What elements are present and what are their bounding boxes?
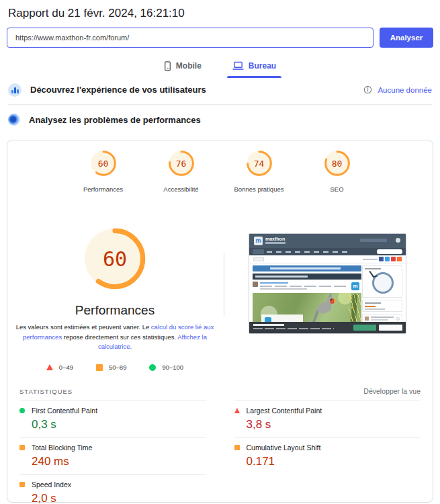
performance-score-value: 60 — [83, 226, 147, 291]
performance-title: Performances — [7, 303, 222, 318]
breadcrumb-placeholder — [253, 257, 264, 261]
score-performances[interactable]: 60 Performances — [74, 150, 133, 193]
metric-name: Largest Contentful Paint — [247, 407, 322, 415]
tab-mobile[interactable]: Mobile — [159, 56, 207, 75]
accept-cookies-button — [353, 325, 376, 331]
cookie-banner — [249, 322, 406, 333]
social-icon — [391, 257, 396, 261]
legend-average-label: 50–89 — [109, 364, 126, 371]
average-square-icon — [19, 445, 25, 450]
average-square-icon — [19, 482, 25, 487]
device-tabs: Mobile Bureau — [0, 56, 440, 75]
metric-first-contentful-paint: First Contentful Paint 0,3 s — [19, 401, 206, 437]
metric-value: 2,0 s — [32, 492, 206, 504]
performance-description: Les valeurs sont estimées et peuvent var… — [13, 323, 216, 352]
metric-value: 0,3 s — [32, 418, 206, 431]
maxthon-logo-icon: m — [351, 282, 359, 290]
cactus-flower — [351, 306, 353, 308]
forum-post: m — [253, 281, 361, 292]
description-text: Les valeurs sont estimées et peuvent var… — [16, 323, 151, 331]
breadcrumb-bar — [249, 255, 406, 263]
page-screenshot: m maxthon — [249, 233, 406, 334]
score-accessibilite[interactable]: 76 Accessibilité — [152, 150, 211, 193]
no-data-link[interactable]: Aucune donnée — [378, 86, 432, 94]
lab-section-title: Analysez les problèmes de performances — [29, 115, 201, 125]
score-label: Performances — [74, 185, 133, 193]
metric-value: 3,8 s — [247, 418, 421, 431]
url-input[interactable] — [7, 28, 373, 48]
metric-speed-index: Speed Index 2,0 s — [19, 474, 206, 504]
text-placeholder — [260, 282, 288, 284]
badge — [396, 317, 400, 321]
reject-cookies-button — [379, 325, 402, 331]
score-legend: 0–49 50–89 90–100 — [7, 364, 222, 371]
metric-largest-contentful-paint: Largest Contentful Paint 3,8 s — [234, 401, 421, 437]
score-value: 60 — [90, 150, 117, 177]
cactus-flower — [350, 297, 352, 299]
crux-section-header: Découvrez l'expérience de vos utilisateu… — [8, 75, 432, 105]
analyze-button[interactable]: Analyser — [380, 28, 433, 48]
crux-section-title: Découvrez l'expérience de vos utilisateu… — [30, 85, 206, 95]
avatar — [253, 282, 258, 287]
performance-section: 60 Performances Les valeurs sont estimée… — [7, 226, 433, 371]
nav-items-placeholder — [267, 251, 347, 253]
url-bar: Analyser — [7, 28, 433, 48]
metric-name: Cumulative Layout Shift — [247, 444, 321, 452]
lab-section-header: Analysez les problèmes de performances — [8, 105, 432, 134]
legend-good-label: 90–100 — [162, 364, 183, 371]
forum-navbar — [249, 248, 406, 255]
desktop-icon — [232, 61, 244, 71]
maxthon-logo-icon: m — [254, 237, 263, 245]
forum-header: m maxthon — [249, 234, 406, 248]
text-placeholder — [365, 308, 385, 310]
score-bonnes-pratiques[interactable]: 74 Bonnes pratiques — [230, 150, 289, 193]
text-placeholder — [253, 328, 334, 329]
poor-triangle-icon — [234, 408, 240, 413]
tab-mobile-label: Mobile — [176, 61, 202, 71]
score-gauge: 60 — [90, 150, 117, 177]
score-gauge: 76 — [168, 150, 195, 177]
legend-average: 50–89 — [96, 364, 126, 371]
welcome-banner — [253, 265, 361, 271]
info-icon — [363, 85, 372, 94]
metric-name: Speed Index — [32, 480, 71, 489]
metric-value: 240 ms — [32, 455, 206, 468]
score-seo[interactable]: 80 SEO — [308, 150, 367, 193]
average-square-icon — [96, 364, 103, 371]
metrics-grid: First Contentful Paint 0,3 s Largest Con… — [19, 401, 421, 504]
social-icon — [385, 257, 390, 261]
field-data-icon — [8, 83, 21, 97]
text-placeholder — [360, 239, 387, 242]
average-square-icon — [234, 445, 240, 450]
bird-eye — [331, 299, 332, 300]
description-text: repose directement sur ces statistiques. — [62, 333, 177, 341]
score-label: SEO — [308, 185, 367, 193]
statistics-heading: STATISTIQUES — [19, 388, 73, 395]
tab-desktop-label: Bureau — [249, 61, 276, 71]
forum-sidebar — [362, 265, 402, 323]
score-gauge: 74 — [246, 150, 273, 177]
score-label: Bonnes pratiques — [230, 185, 289, 193]
tab-desktop[interactable]: Bureau — [227, 56, 281, 75]
topic-title-bar — [253, 274, 361, 280]
score-value: 74 — [246, 150, 273, 177]
nav-item-placeholder — [253, 249, 264, 254]
site-name: maxthon — [265, 237, 285, 241]
text-placeholder — [260, 286, 346, 287]
score-label: Accessibilité — [152, 185, 211, 193]
score-value: 76 — [168, 150, 195, 177]
score-gauge: 80 — [324, 150, 351, 177]
clock-widget — [362, 265, 402, 298]
poor-triangle-icon — [46, 364, 53, 370]
good-circle-icon — [149, 364, 156, 371]
expand-view-link[interactable]: Développer la vue — [363, 387, 421, 395]
metric-name: First Contentful Paint — [32, 407, 97, 415]
legend-good: 90–100 — [149, 364, 183, 371]
text-placeholder — [365, 306, 376, 307]
performance-gauge: 60 — [83, 226, 147, 291]
legend-poor-label: 0–49 — [59, 364, 73, 371]
text-placeholder — [265, 242, 285, 244]
text-placeholder — [371, 317, 394, 318]
lighthouse-icon — [8, 114, 20, 126]
metric-cumulative-layout-shift: Cumulative Layout Shift 0.171 — [234, 437, 421, 474]
